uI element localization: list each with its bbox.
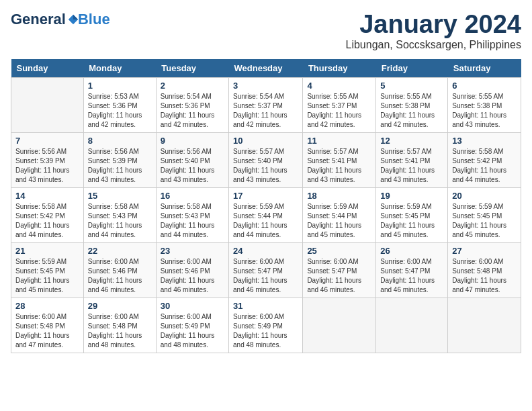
- day-info: Sunrise: 5:57 AM Sunset: 5:41 PM Dayligh…: [380, 147, 443, 185]
- day-number: 21: [15, 246, 79, 256]
- table-row: 18Sunrise: 5:59 AM Sunset: 5:44 PM Dayli…: [303, 187, 376, 242]
- day-info: Sunrise: 5:58 AM Sunset: 5:42 PM Dayligh…: [15, 202, 79, 240]
- header-sunday: Sunday: [11, 59, 84, 78]
- day-number: 1: [88, 81, 152, 91]
- day-number: 11: [307, 136, 371, 146]
- table-row: 27Sunrise: 6:00 AM Sunset: 5:48 PM Dayli…: [448, 242, 521, 298]
- day-info: Sunrise: 6:00 AM Sunset: 5:46 PM Dayligh…: [88, 257, 152, 295]
- day-info: Sunrise: 6:00 AM Sunset: 5:48 PM Dayligh…: [15, 312, 79, 350]
- logo: General Blue: [11, 11, 110, 28]
- day-info: Sunrise: 5:57 AM Sunset: 5:41 PM Dayligh…: [307, 147, 371, 185]
- day-info: Sunrise: 5:59 AM Sunset: 5:45 PM Dayligh…: [452, 202, 517, 240]
- table-row: 25Sunrise: 6:00 AM Sunset: 5:47 PM Dayli…: [303, 242, 376, 298]
- week-row-3: 14Sunrise: 5:58 AM Sunset: 5:42 PM Dayli…: [11, 187, 521, 242]
- day-info: Sunrise: 6:00 AM Sunset: 5:46 PM Dayligh…: [161, 257, 224, 295]
- day-number: 17: [233, 191, 298, 201]
- header-wednesday: Wednesday: [229, 59, 303, 78]
- table-row: 16Sunrise: 5:58 AM Sunset: 5:43 PM Dayli…: [156, 187, 228, 242]
- day-number: 24: [233, 246, 298, 256]
- day-number: 14: [15, 191, 79, 201]
- table-row: 8Sunrise: 5:56 AM Sunset: 5:39 PM Daylig…: [83, 132, 156, 187]
- header-friday: Friday: [376, 59, 448, 78]
- table-row: 15Sunrise: 5:58 AM Sunset: 5:43 PM Dayli…: [83, 187, 156, 242]
- day-info: Sunrise: 5:59 AM Sunset: 5:45 PM Dayligh…: [15, 257, 79, 295]
- day-info: Sunrise: 5:54 AM Sunset: 5:37 PM Dayligh…: [233, 92, 298, 130]
- table-row: [303, 298, 376, 353]
- header-monday: Monday: [83, 59, 156, 78]
- table-row: 7Sunrise: 5:56 AM Sunset: 5:39 PM Daylig…: [11, 132, 84, 187]
- day-info: Sunrise: 6:00 AM Sunset: 5:47 PM Dayligh…: [307, 257, 371, 295]
- day-number: 31: [233, 301, 298, 311]
- location-title: Libungan, Soccsksargen, Philippines: [346, 39, 522, 51]
- header-saturday: Saturday: [448, 59, 521, 78]
- day-number: 3: [233, 81, 298, 91]
- day-info: Sunrise: 5:53 AM Sunset: 5:36 PM Dayligh…: [88, 92, 152, 130]
- day-info: Sunrise: 6:00 AM Sunset: 5:49 PM Dayligh…: [161, 312, 224, 350]
- table-row: 5Sunrise: 5:55 AM Sunset: 5:38 PM Daylig…: [376, 77, 448, 132]
- logo-blue: Blue: [78, 11, 110, 28]
- table-row: 12Sunrise: 5:57 AM Sunset: 5:41 PM Dayli…: [376, 132, 448, 187]
- week-row-5: 28Sunrise: 6:00 AM Sunset: 5:48 PM Dayli…: [11, 298, 521, 353]
- table-row: 2Sunrise: 5:54 AM Sunset: 5:36 PM Daylig…: [156, 77, 228, 132]
- header-row: Sunday Monday Tuesday Wednesday Thursday…: [11, 59, 521, 78]
- day-info: Sunrise: 6:00 AM Sunset: 5:48 PM Dayligh…: [88, 312, 152, 350]
- day-number: 2: [161, 81, 224, 91]
- day-info: Sunrise: 6:00 AM Sunset: 5:47 PM Dayligh…: [233, 257, 298, 295]
- day-number: 10: [233, 136, 298, 146]
- day-number: 4: [307, 81, 371, 91]
- day-number: 13: [452, 136, 517, 146]
- table-row: 31Sunrise: 6:00 AM Sunset: 5:49 PM Dayli…: [229, 298, 303, 353]
- day-info: Sunrise: 5:58 AM Sunset: 5:43 PM Dayligh…: [161, 202, 224, 240]
- table-row: 22Sunrise: 6:00 AM Sunset: 5:46 PM Dayli…: [83, 242, 156, 298]
- table-row: [448, 298, 521, 353]
- day-number: 27: [452, 246, 517, 256]
- day-info: Sunrise: 5:54 AM Sunset: 5:36 PM Dayligh…: [161, 92, 224, 130]
- month-title: January 2024: [346, 11, 522, 39]
- table-row: 1Sunrise: 5:53 AM Sunset: 5:36 PM Daylig…: [83, 77, 156, 132]
- day-info: Sunrise: 5:56 AM Sunset: 5:39 PM Dayligh…: [15, 147, 79, 185]
- day-info: Sunrise: 5:57 AM Sunset: 5:40 PM Dayligh…: [233, 147, 298, 185]
- table-row: 26Sunrise: 6:00 AM Sunset: 5:47 PM Dayli…: [376, 242, 448, 298]
- day-number: 25: [307, 246, 371, 256]
- table-row: [11, 77, 84, 132]
- day-number: 8: [88, 136, 152, 146]
- day-number: 12: [380, 136, 443, 146]
- day-number: 29: [88, 301, 152, 311]
- table-row: [376, 298, 448, 353]
- day-number: 26: [380, 246, 443, 256]
- day-number: 22: [88, 246, 152, 256]
- table-row: 29Sunrise: 6:00 AM Sunset: 5:48 PM Dayli…: [83, 298, 156, 353]
- table-row: 20Sunrise: 5:59 AM Sunset: 5:45 PM Dayli…: [448, 187, 521, 242]
- table-row: 24Sunrise: 6:00 AM Sunset: 5:47 PM Dayli…: [229, 242, 303, 298]
- table-row: 17Sunrise: 5:59 AM Sunset: 5:44 PM Dayli…: [229, 187, 303, 242]
- day-number: 28: [15, 301, 79, 311]
- day-number: 23: [161, 246, 224, 256]
- table-row: 6Sunrise: 5:55 AM Sunset: 5:38 PM Daylig…: [448, 77, 521, 132]
- week-row-1: 1Sunrise: 5:53 AM Sunset: 5:36 PM Daylig…: [11, 77, 521, 132]
- table-row: 28Sunrise: 6:00 AM Sunset: 5:48 PM Dayli…: [11, 298, 84, 353]
- table-row: 21Sunrise: 5:59 AM Sunset: 5:45 PM Dayli…: [11, 242, 84, 298]
- day-number: 20: [452, 191, 517, 201]
- week-row-2: 7Sunrise: 5:56 AM Sunset: 5:39 PM Daylig…: [11, 132, 521, 187]
- day-number: 9: [161, 136, 224, 146]
- day-info: Sunrise: 5:58 AM Sunset: 5:42 PM Dayligh…: [452, 147, 517, 185]
- table-row: 30Sunrise: 6:00 AM Sunset: 5:49 PM Dayli…: [156, 298, 228, 353]
- day-number: 6: [452, 81, 517, 91]
- title-section: January 2024 Libungan, Soccsksargen, Phi…: [346, 11, 522, 51]
- day-number: 19: [380, 191, 443, 201]
- table-row: 3Sunrise: 5:54 AM Sunset: 5:37 PM Daylig…: [229, 77, 303, 132]
- table-row: 10Sunrise: 5:57 AM Sunset: 5:40 PM Dayli…: [229, 132, 303, 187]
- day-info: Sunrise: 5:56 AM Sunset: 5:39 PM Dayligh…: [88, 147, 152, 185]
- table-row: 11Sunrise: 5:57 AM Sunset: 5:41 PM Dayli…: [303, 132, 376, 187]
- day-number: 16: [161, 191, 224, 201]
- day-info: Sunrise: 5:55 AM Sunset: 5:38 PM Dayligh…: [452, 92, 517, 130]
- day-number: 15: [88, 191, 152, 201]
- day-info: Sunrise: 5:59 AM Sunset: 5:45 PM Dayligh…: [380, 202, 443, 240]
- table-row: 13Sunrise: 5:58 AM Sunset: 5:42 PM Dayli…: [448, 132, 521, 187]
- week-row-4: 21Sunrise: 5:59 AM Sunset: 5:45 PM Dayli…: [11, 242, 521, 298]
- day-info: Sunrise: 5:55 AM Sunset: 5:38 PM Dayligh…: [380, 92, 443, 130]
- day-info: Sunrise: 5:59 AM Sunset: 5:44 PM Dayligh…: [307, 202, 371, 240]
- table-row: 9Sunrise: 5:56 AM Sunset: 5:40 PM Daylig…: [156, 132, 228, 187]
- table-row: 4Sunrise: 5:55 AM Sunset: 5:37 PM Daylig…: [303, 77, 376, 132]
- day-info: Sunrise: 5:59 AM Sunset: 5:44 PM Dayligh…: [233, 202, 298, 240]
